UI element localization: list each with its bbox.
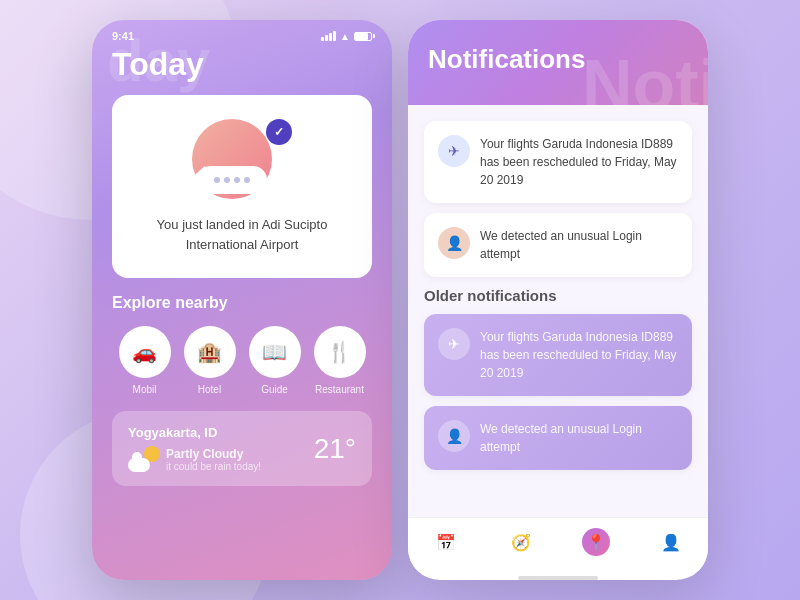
cloud-shape	[128, 458, 150, 472]
flight-windows	[214, 177, 250, 183]
restaurant-icon: 🍴	[314, 326, 366, 378]
notifications-content: ✈ Your flights Garuda Indonesia ID889 ha…	[408, 105, 708, 517]
phone-right: Noti Notifications ✈ Your flights Garuda…	[408, 20, 708, 580]
explore-title: Explore nearby	[112, 294, 372, 312]
flight-old-text: Your flights Garuda Indonesia ID889 has …	[480, 328, 678, 382]
flight-card: ✓ You just landed in Adi Sucipto Interna…	[112, 95, 372, 278]
window-1	[214, 177, 220, 183]
mobil-label: Mobil	[133, 384, 157, 395]
hotel-label: Hotel	[198, 384, 221, 395]
nav-calendar[interactable]: 📅	[432, 528, 460, 556]
bottom-navigation: 📅 🧭 📍 👤	[408, 517, 708, 570]
notifications-header: Noti Notifications	[408, 20, 708, 105]
nav-location[interactable]: 📍	[582, 528, 610, 556]
signal-icon	[321, 31, 336, 41]
wifi-icon: ▲	[340, 31, 350, 42]
hotel-icon: 🏨	[184, 326, 236, 378]
notifications-title: Notifications	[428, 44, 688, 75]
weather-sub: it could be rain today!	[166, 461, 261, 472]
mobil-icon: 🚗	[119, 326, 171, 378]
weather-left: Yogyakarta, ID Partly Cloudy it could be…	[128, 425, 261, 472]
screens-container: 9:41 ▲ day Today	[92, 20, 708, 580]
login-old-icon: 👤	[438, 420, 470, 452]
notification-login-old[interactable]: 👤 We detected an unusual Login attempt	[424, 406, 692, 470]
calendar-icon: 📅	[432, 528, 460, 556]
flight-new-text: Your flights Garuda Indonesia ID889 has …	[480, 135, 678, 189]
location-icon: 📍	[582, 528, 610, 556]
profile-icon: 👤	[657, 528, 685, 556]
flight-plane	[197, 166, 267, 194]
check-badge: ✓	[266, 119, 292, 145]
guide-icon: 📖	[249, 326, 301, 378]
notification-flight-old[interactable]: ✈ Your flights Garuda Indonesia ID889 ha…	[424, 314, 692, 396]
window-2	[224, 177, 230, 183]
temperature: 21°	[314, 433, 356, 465]
explore-icons: 🚗 Mobil 🏨 Hotel 📖 Guide 🍴 Restaurant	[112, 326, 372, 395]
nav-profile[interactable]: 👤	[657, 528, 685, 556]
nav-compass[interactable]: 🧭	[507, 528, 535, 556]
weather-desc: Partly Cloudy it could be rain today!	[128, 446, 261, 472]
status-icons: ▲	[321, 30, 372, 42]
flight-new-icon: ✈	[438, 135, 470, 167]
cloud-sun-icon	[128, 446, 160, 472]
weather-condition: Partly Cloudy	[166, 447, 261, 461]
explore-item-guide[interactable]: 📖 Guide	[249, 326, 301, 395]
login-old-text: We detected an unusual Login attempt	[480, 420, 678, 456]
compass-icon: 🧭	[507, 528, 535, 556]
flight-message: You just landed in Adi Sucipto Internati…	[132, 215, 352, 254]
explore-item-hotel[interactable]: 🏨 Hotel	[184, 326, 236, 395]
older-section-title: Older notifications	[424, 287, 692, 304]
explore-item-restaurant[interactable]: 🍴 Restaurant	[314, 326, 366, 395]
home-indicator	[518, 576, 598, 580]
notification-login-new[interactable]: 👤 We detected an unusual Login attempt	[424, 213, 692, 277]
flight-old-icon: ✈	[438, 328, 470, 360]
login-new-icon: 👤	[438, 227, 470, 259]
status-bar: 9:41 ▲	[92, 20, 392, 46]
today-title: Today	[112, 46, 372, 83]
notification-flight-new[interactable]: ✈ Your flights Garuda Indonesia ID889 ha…	[424, 121, 692, 203]
battery-icon	[354, 32, 372, 41]
time-display: 9:41	[112, 30, 134, 42]
login-new-text: We detected an unusual Login attempt	[480, 227, 678, 263]
explore-item-mobil[interactable]: 🚗 Mobil	[119, 326, 171, 395]
flight-illustration: ✓	[192, 119, 292, 199]
window-4	[244, 177, 250, 183]
weather-text: Partly Cloudy it could be rain today!	[166, 447, 261, 472]
guide-label: Guide	[261, 384, 288, 395]
left-content: day Today ✓ You just l	[92, 46, 392, 486]
phone-left: 9:41 ▲ day Today	[92, 20, 392, 580]
city-label: Yogyakarta, ID	[128, 425, 261, 440]
weather-card: Yogyakarta, ID Partly Cloudy it could be…	[112, 411, 372, 486]
window-3	[234, 177, 240, 183]
restaurant-label: Restaurant	[315, 384, 364, 395]
